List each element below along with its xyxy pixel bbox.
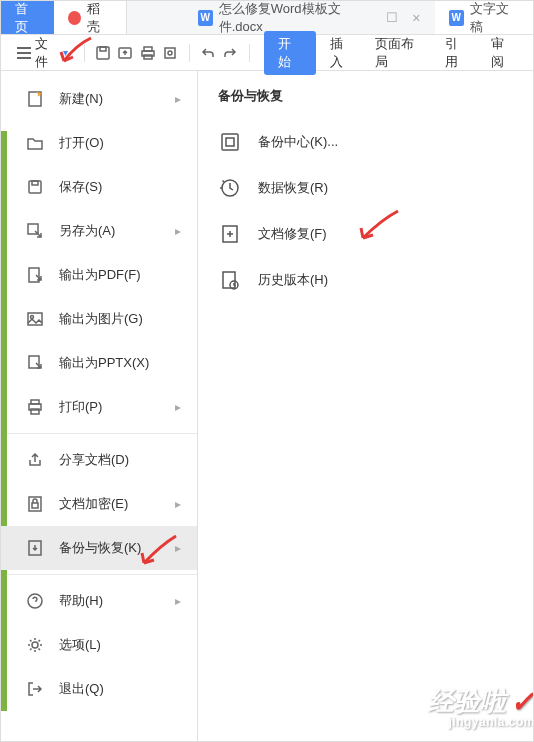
menu-label: 退出(Q)	[59, 680, 181, 698]
submenu-backup-center[interactable]: 备份中心(K)...	[198, 119, 533, 165]
svg-rect-0	[97, 47, 109, 59]
menu-label: 打开(O)	[59, 134, 181, 152]
menu-print[interactable]: 打印(P) ▸	[1, 385, 197, 429]
save-icon[interactable]	[94, 44, 111, 62]
svg-rect-13	[28, 313, 42, 325]
pptx-icon	[25, 353, 45, 373]
menu-encrypt[interactable]: 文档加密(E) ▸	[1, 482, 197, 526]
chevron-down-icon: ▾	[63, 47, 68, 58]
open-icon	[25, 133, 45, 153]
backup-icon	[25, 538, 45, 558]
ribbon-start[interactable]: 开始	[264, 31, 316, 75]
submenu-label: 备份中心(K)...	[258, 133, 338, 151]
submenu-data-recover[interactable]: 数据恢复(R)	[198, 165, 533, 211]
save-as-icon	[25, 221, 45, 241]
submenu-label: 历史版本(H)	[258, 271, 328, 289]
tab-document-2[interactable]: W 文字文稿	[435, 1, 533, 34]
svg-rect-6	[165, 48, 175, 58]
svg-rect-24	[222, 134, 238, 150]
tab-document-1[interactable]: W 怎么修复Word模板文件.docx ☐ ×	[184, 1, 435, 34]
ribbon-insert[interactable]: 插入	[322, 31, 362, 75]
divider	[1, 433, 197, 434]
print-icon	[25, 397, 45, 417]
options-icon	[25, 635, 45, 655]
menu-open[interactable]: 打开(O)	[1, 121, 197, 165]
menu-label: 输出为PDF(F)	[59, 266, 181, 284]
encrypt-icon	[25, 494, 45, 514]
undo-icon[interactable]	[200, 44, 217, 62]
tab-label: 文字文稿	[470, 0, 519, 36]
new-icon	[25, 89, 45, 109]
doc-repair-icon	[218, 222, 242, 246]
toolbar: 文件 ▾ 开始 插入 页面布局 引用 审阅	[1, 35, 533, 71]
main: 新建(N) ▸ 打开(O) 保存(S) 另存为(A) ▸ 输出为PDF(F) 输…	[1, 71, 533, 741]
share-icon	[25, 450, 45, 470]
tab-docker[interactable]: 稻壳	[54, 1, 127, 34]
docker-icon	[68, 11, 81, 25]
divider	[1, 574, 197, 575]
svg-point-23	[32, 642, 38, 648]
menu-options[interactable]: 选项(L)	[1, 623, 197, 667]
tab-label: 怎么修复Word模板文件.docx	[219, 0, 375, 36]
menu-label: 打印(P)	[59, 398, 161, 416]
menu-backup[interactable]: 备份与恢复(K) ▸	[1, 526, 197, 570]
close-icon[interactable]: ×	[412, 10, 420, 26]
save-icon	[25, 177, 45, 197]
ribbon-review[interactable]: 审阅	[483, 31, 523, 75]
redo-icon[interactable]	[222, 44, 239, 62]
history-icon	[218, 268, 242, 292]
menu-share[interactable]: 分享文档(D)	[1, 438, 197, 482]
svg-point-7	[168, 51, 172, 55]
menu-exit[interactable]: 退出(Q)	[1, 667, 197, 711]
submenu-doc-repair[interactable]: 文档修复(F)	[198, 211, 533, 257]
menu-label: 分享文档(D)	[59, 451, 181, 469]
svg-rect-15	[29, 356, 39, 368]
svg-point-22	[28, 594, 42, 608]
menu-export-image[interactable]: 输出为图片(G)	[1, 297, 197, 341]
export-icon[interactable]	[117, 44, 134, 62]
ribbon-page-layout[interactable]: 页面布局	[367, 31, 431, 75]
chevron-right-icon: ▸	[175, 594, 181, 608]
submenu-history[interactable]: 历史版本(H)	[198, 257, 533, 303]
svg-rect-20	[32, 503, 38, 508]
file-label: 文件	[35, 35, 58, 71]
separator	[249, 44, 250, 62]
menu-label: 备份与恢复(K)	[59, 539, 161, 557]
submenu-pane: 备份与恢复 备份中心(K)... 数据恢复(R) 文档修复(F) 历史版本(H)	[198, 71, 533, 741]
menu-label: 另存为(A)	[59, 222, 161, 240]
chevron-right-icon: ▸	[175, 400, 181, 414]
file-menu-button[interactable]: 文件 ▾	[11, 31, 74, 75]
image-icon	[25, 309, 45, 329]
word-icon: W	[198, 10, 213, 26]
svg-rect-1	[100, 47, 106, 51]
tab-home[interactable]: 首页	[1, 1, 54, 34]
menu-save[interactable]: 保存(S)	[1, 165, 197, 209]
ribbon-reference[interactable]: 引用	[437, 31, 477, 75]
chevron-right-icon: ▸	[175, 541, 181, 555]
preview-icon[interactable]	[162, 44, 179, 62]
pdf-icon	[25, 265, 45, 285]
exit-icon	[25, 679, 45, 699]
menu-label: 输出为图片(G)	[59, 310, 181, 328]
menu-export-pdf[interactable]: 输出为PDF(F)	[1, 253, 197, 297]
svg-rect-28	[223, 272, 235, 288]
menu-save-as[interactable]: 另存为(A) ▸	[1, 209, 197, 253]
tab-bar: 首页 稻壳 W 怎么修复Word模板文件.docx ☐ × W 文字文稿	[1, 1, 533, 35]
menu-label: 文档加密(E)	[59, 495, 161, 513]
menu-label: 帮助(H)	[59, 592, 161, 610]
print-icon[interactable]	[140, 44, 157, 62]
chevron-right-icon: ▸	[175, 224, 181, 238]
menu-export-pptx[interactable]: 输出为PPTX(X)	[1, 341, 197, 385]
submenu-label: 数据恢复(R)	[258, 179, 328, 197]
word-icon: W	[449, 10, 464, 26]
menu-label: 输出为PPTX(X)	[59, 354, 181, 372]
menu-label: 保存(S)	[59, 178, 181, 196]
pin-icon: ☐	[386, 10, 398, 25]
menu-new[interactable]: 新建(N) ▸	[1, 77, 197, 121]
submenu-title: 备份与恢复	[198, 87, 533, 119]
chevron-right-icon: ▸	[175, 92, 181, 106]
hamburger-icon	[17, 47, 31, 59]
file-menu-pane: 新建(N) ▸ 打开(O) 保存(S) 另存为(A) ▸ 输出为PDF(F) 输…	[1, 71, 198, 741]
menu-label: 新建(N)	[59, 90, 161, 108]
menu-help[interactable]: 帮助(H) ▸	[1, 579, 197, 623]
